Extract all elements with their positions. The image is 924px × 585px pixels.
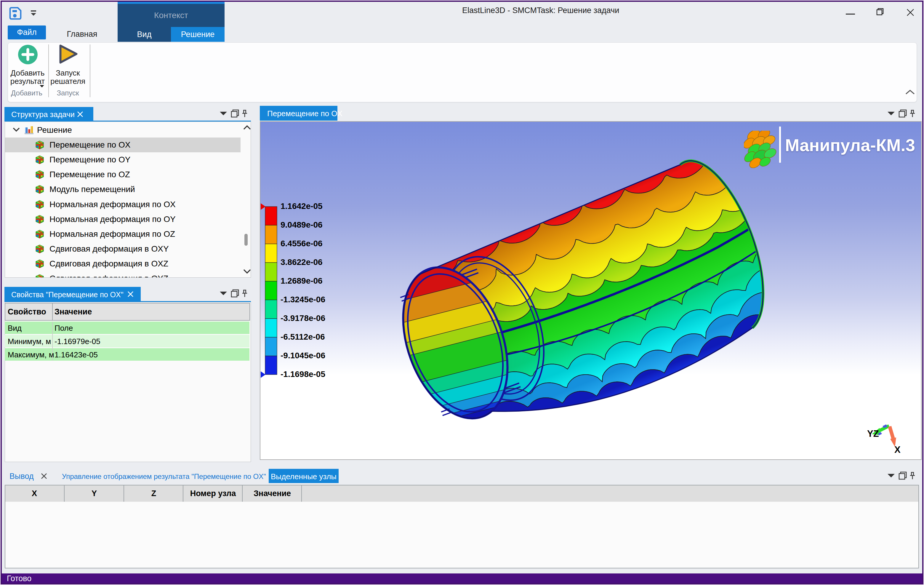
- svg-text:YZ: YZ: [867, 428, 879, 439]
- svg-text:X: X: [894, 445, 901, 455]
